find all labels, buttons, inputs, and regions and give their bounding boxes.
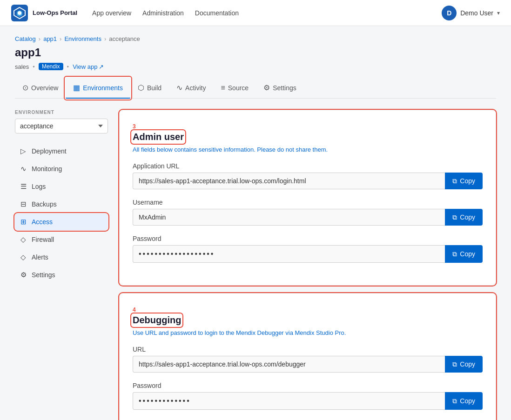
copy-icon: ⧉ — [452, 177, 457, 185]
sidebar-item-firewall[interactable]: ◇ Firewall — [15, 231, 108, 248]
breadcrumb: Catalog › app1 › Environments › acceptan… — [15, 35, 496, 42]
admin-panel-title: Admin user — [133, 132, 184, 142]
environment-select[interactable]: acceptance — [15, 119, 108, 133]
input-debug-url[interactable] — [133, 356, 445, 373]
logo-text: Low-Ops Portal — [33, 9, 77, 17]
field-debug-url: URL ⧉ Copy — [133, 346, 483, 373]
admin-panel: 3 Admin user All fields below contains s… — [119, 110, 496, 286]
logo-icon — [11, 5, 28, 21]
breadcrumb-catalog[interactable]: Catalog — [15, 35, 36, 42]
alerts-icon: ◇ — [20, 253, 27, 261]
external-link-icon: ↗ — [99, 63, 104, 70]
input-password[interactable] — [133, 245, 445, 263]
field-password: Password ⧉ Copy — [133, 235, 483, 263]
copy-button-debug-url[interactable]: ⧉ Copy — [445, 356, 483, 373]
tab-source[interactable]: ≡ Source — [213, 78, 256, 99]
svg-point-3 — [18, 11, 21, 15]
activity-icon: ∿ — [176, 83, 182, 92]
user-name: Demo User — [460, 9, 493, 17]
settings-sidebar-icon: ⚙ — [20, 271, 27, 279]
field-label-debug-password: Password — [133, 382, 483, 389]
copy-button-username[interactable]: ⧉ Copy — [445, 209, 483, 226]
copy-icon-username: ⧉ — [452, 213, 457, 221]
mendix-badge: Mendix — [39, 63, 63, 70]
copy-icon-debug-password: ⧉ — [452, 397, 457, 405]
input-debug-password[interactable] — [133, 392, 445, 410]
content-area: Catalog › app1 › Environments › acceptan… — [0, 26, 511, 420]
main-nav: App overview Administration Documentatio… — [92, 7, 442, 19]
copy-icon-debug-url: ⧉ — [452, 360, 457, 368]
user-menu[interactable]: D Demo User ▾ — [442, 6, 500, 20]
sidebar-item-access[interactable]: ⊞ Access — [15, 213, 108, 230]
overview-icon: ⊙ — [22, 83, 28, 92]
breadcrumb-environments[interactable]: Environments — [64, 35, 101, 42]
field-label-username: Username — [133, 199, 483, 206]
sidebar-item-backups[interactable]: ⊟ Backups — [15, 196, 108, 213]
copy-button-app-url[interactable]: ⧉ Copy — [445, 173, 483, 189]
source-icon: ≡ — [221, 84, 225, 92]
app-tag: sales — [15, 63, 29, 70]
env-label: ENVIRONMENT — [15, 110, 108, 115]
field-row-username: ⧉ Copy — [133, 209, 483, 226]
field-label-debug-url: URL — [133, 346, 483, 353]
field-label-password: Password — [133, 235, 483, 242]
sidebar-item-settings[interactable]: ⚙ Settings — [15, 267, 108, 283]
logo-area[interactable]: Low-Ops Portal — [11, 5, 77, 21]
field-app-url: Application URL ⧉ Copy — [133, 162, 483, 189]
monitoring-icon: ∿ — [20, 165, 27, 173]
access-icon: ⊞ — [20, 218, 27, 226]
content-panels: 3 Admin user All fields below contains s… — [119, 110, 496, 420]
input-username[interactable] — [133, 209, 445, 226]
field-row-app-url: ⧉ Copy — [133, 173, 483, 189]
field-row-debug-password: ⧉ Copy — [133, 392, 483, 410]
page-title: app1 — [15, 46, 496, 59]
breadcrumb-acceptance: acceptance — [109, 35, 140, 42]
environments-icon: ▦ — [73, 83, 80, 92]
copy-button-debug-password[interactable]: ⧉ Copy — [445, 392, 483, 410]
build-icon: ⬡ — [138, 83, 144, 92]
header: Low-Ops Portal App overview Administrati… — [0, 0, 511, 26]
tabs: ⊙ Overview ▦ Environments ⬡ Build ∿ Acti… — [15, 78, 496, 99]
chevron-down-icon: ▾ — [497, 10, 500, 16]
debug-panel-title: Debugging — [133, 315, 181, 326]
copy-icon-password: ⧉ — [452, 250, 457, 258]
annotation-4: 4 — [133, 307, 483, 313]
input-app-url[interactable] — [133, 173, 445, 189]
view-app-link[interactable]: View app ↗ — [73, 63, 104, 70]
tab-build[interactable]: ⬡ Build — [130, 78, 169, 99]
tab-overview[interactable]: ⊙ Overview — [15, 78, 66, 99]
sidebar-item-deployment[interactable]: ▷ Deployment — [15, 143, 108, 160]
annotation-3: 3 — [133, 123, 483, 130]
field-label-app-url: Application URL — [133, 162, 483, 170]
field-username: Username ⧉ Copy — [133, 199, 483, 226]
copy-button-password[interactable]: ⧉ Copy — [445, 245, 483, 263]
field-row-debug-url: ⧉ Copy — [133, 356, 483, 373]
deployment-icon: ▷ — [20, 147, 27, 155]
sidebar-item-alerts[interactable]: ◇ Alerts — [15, 249, 108, 266]
field-debug-password: Password ⧉ Copy — [133, 382, 483, 410]
app-meta: sales • Mendix • View app ↗ — [15, 63, 496, 70]
main-layout: ENVIRONMENT acceptance ▷ Deployment ∿ Mo… — [15, 110, 496, 420]
debug-panel-subtitle: Use URL and password to login to the Men… — [133, 329, 483, 336]
debug-panel: 4 Debugging Use URL and password to logi… — [119, 293, 496, 420]
sidebar-item-logs[interactable]: ☰ Logs — [15, 178, 108, 195]
nav-documentation[interactable]: Documentation — [195, 7, 239, 19]
user-avatar: D — [442, 6, 457, 20]
tab-environments[interactable]: ▦ Environments — [66, 78, 130, 99]
admin-panel-subtitle: All fields below contains sensitive info… — [133, 146, 483, 153]
sidebar-item-monitoring[interactable]: ∿ Monitoring — [15, 160, 108, 177]
field-row-password: ⧉ Copy — [133, 245, 483, 263]
logs-icon: ☰ — [20, 182, 27, 191]
nav-administration[interactable]: Administration — [142, 7, 184, 19]
firewall-icon: ◇ — [20, 235, 27, 244]
tab-settings[interactable]: ⚙ Settings — [256, 78, 304, 99]
nav-app-overview[interactable]: App overview — [92, 7, 131, 19]
breadcrumb-app1[interactable]: app1 — [43, 35, 57, 42]
tab-activity[interactable]: ∿ Activity — [169, 78, 213, 99]
settings-icon: ⚙ — [263, 83, 270, 92]
backups-icon: ⊟ — [20, 200, 27, 208]
sidebar: ENVIRONMENT acceptance ▷ Deployment ∿ Mo… — [15, 110, 108, 420]
